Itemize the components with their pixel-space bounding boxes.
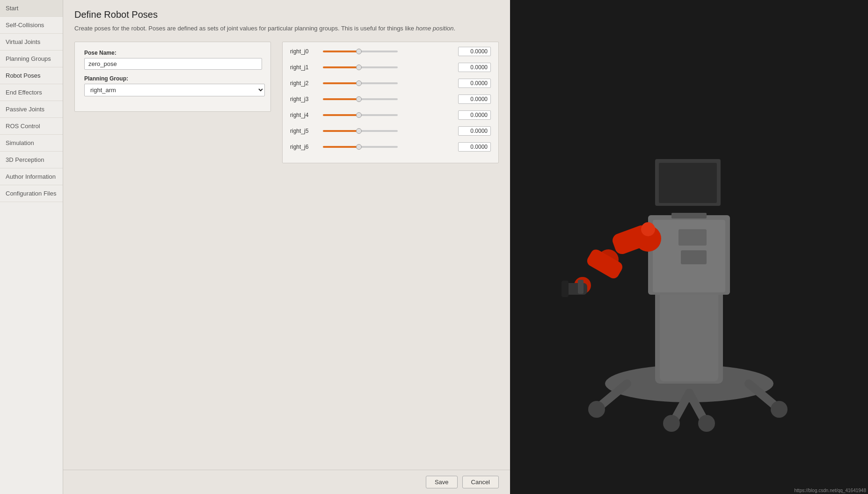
left-panel: Pose Name: Planning Group: right_armleft… — [74, 42, 271, 112]
sidebar-item-simulation[interactable]: Simulation — [0, 135, 63, 152]
joint-row-right_j2: right_j2 — [290, 79, 491, 88]
joint-value-right_j5[interactable] — [458, 126, 491, 136]
sidebar-item-end-effectors[interactable]: End Effectors — [0, 84, 63, 101]
joint-label-right_j2: right_j2 — [290, 80, 318, 87]
planning-group-select[interactable]: right_armleft_armboth_armsright_hand — [84, 84, 265, 96]
footer-url: https://blog.csdn.net/qq_41641948 — [795, 488, 866, 493]
cancel-button[interactable]: Cancel — [462, 476, 499, 488]
svg-rect-23 — [562, 281, 569, 297]
joint-row-right_j0: right_j0 — [290, 47, 491, 56]
sidebar-item-self-collisions[interactable]: Self-Collisions — [0, 17, 63, 34]
description-suffix: . — [454, 25, 456, 32]
joint-slider-right_j0[interactable] — [323, 51, 398, 52]
joint-label-right_j6: right_j6 — [290, 144, 318, 150]
svg-point-8 — [588, 401, 605, 418]
sidebar-item-start[interactable]: Start — [0, 0, 63, 17]
svg-point-9 — [771, 401, 788, 418]
sidebar-item-virtual-joints[interactable]: Virtual Joints — [0, 34, 63, 51]
main-content: Define Robot Poses Create poses for the … — [63, 0, 510, 494]
sidebar: StartSelf-CollisionsVirtual JointsPlanni… — [0, 0, 63, 494]
sidebar-item-configuration-files[interactable]: Configuration Files — [0, 185, 63, 202]
description-italic: home position — [416, 25, 454, 32]
svg-rect-24 — [578, 280, 584, 294]
joint-label-right_j5: right_j5 — [290, 128, 318, 134]
planning-group-label: Planning Group: — [84, 75, 261, 82]
svg-rect-3 — [660, 290, 718, 381]
joint-row-right_j4: right_j4 — [290, 110, 491, 120]
joint-value-right_j6[interactable] — [458, 142, 491, 152]
content-area: Pose Name: Planning Group: right_armleft… — [74, 42, 499, 163]
viewer-panel: https://blog.csdn.net/qq_41641948 — [510, 0, 868, 494]
bottom-bar: Save Cancel — [63, 470, 510, 494]
sidebar-item-robot-poses[interactable]: Robot Poses — [0, 67, 63, 84]
joint-slider-right_j1[interactable] — [323, 66, 398, 68]
planning-group-row: Planning Group: right_armleft_armboth_ar… — [84, 75, 261, 96]
svg-point-10 — [663, 415, 680, 432]
sidebar-item-planning-groups[interactable]: Planning Groups — [0, 51, 63, 67]
joint-slider-right_j2[interactable] — [323, 82, 398, 84]
joints-panel: right_j0right_j1right_j2right_j3right_j4… — [282, 42, 499, 163]
sidebar-item-3d-perception[interactable]: 3D Perception — [0, 152, 63, 168]
form-section: Pose Name: Planning Group: right_armleft… — [74, 42, 271, 112]
sidebar-item-passive-joints[interactable]: Passive Joints — [0, 101, 63, 118]
joint-slider-right_j5[interactable] — [323, 130, 398, 132]
svg-rect-15 — [659, 163, 717, 203]
joint-slider-right_j3[interactable] — [323, 98, 398, 100]
page-description: Create poses for the robot. Poses are de… — [74, 24, 499, 33]
joint-value-right_j2[interactable] — [458, 79, 491, 88]
pose-name-row: Pose Name: — [84, 50, 261, 70]
sidebar-item-author-information[interactable]: Author Information — [0, 168, 63, 185]
joint-label-right_j0: right_j0 — [290, 48, 318, 55]
svg-rect-26 — [678, 229, 707, 246]
sidebar-item-ros-control[interactable]: ROS Control — [0, 118, 63, 135]
svg-rect-27 — [681, 250, 707, 264]
svg-rect-16 — [671, 213, 707, 218]
svg-point-25 — [641, 222, 655, 236]
description-prefix: Create poses for the robot. Poses are de… — [74, 25, 416, 32]
joint-value-right_j4[interactable] — [458, 110, 491, 120]
joint-row-right_j1: right_j1 — [290, 63, 491, 72]
joint-value-right_j0[interactable] — [458, 47, 491, 56]
joint-row-right_j6: right_j6 — [290, 142, 491, 152]
joint-label-right_j3: right_j3 — [290, 96, 318, 102]
page-title: Define Robot Poses — [74, 9, 499, 20]
joint-value-right_j1[interactable] — [458, 63, 491, 72]
joint-row-right_j5: right_j5 — [290, 126, 491, 136]
joint-label-right_j4: right_j4 — [290, 112, 318, 118]
joint-value-right_j3[interactable] — [458, 94, 491, 104]
svg-point-11 — [698, 415, 715, 432]
save-button[interactable]: Save — [426, 476, 458, 488]
joint-slider-right_j4[interactable] — [323, 114, 398, 116]
joint-slider-right_j6[interactable] — [323, 146, 398, 148]
pose-name-label: Pose Name: — [84, 50, 261, 56]
joint-row-right_j3: right_j3 — [290, 94, 491, 104]
joint-label-right_j1: right_j1 — [290, 64, 318, 71]
pose-name-input[interactable] — [84, 58, 262, 70]
